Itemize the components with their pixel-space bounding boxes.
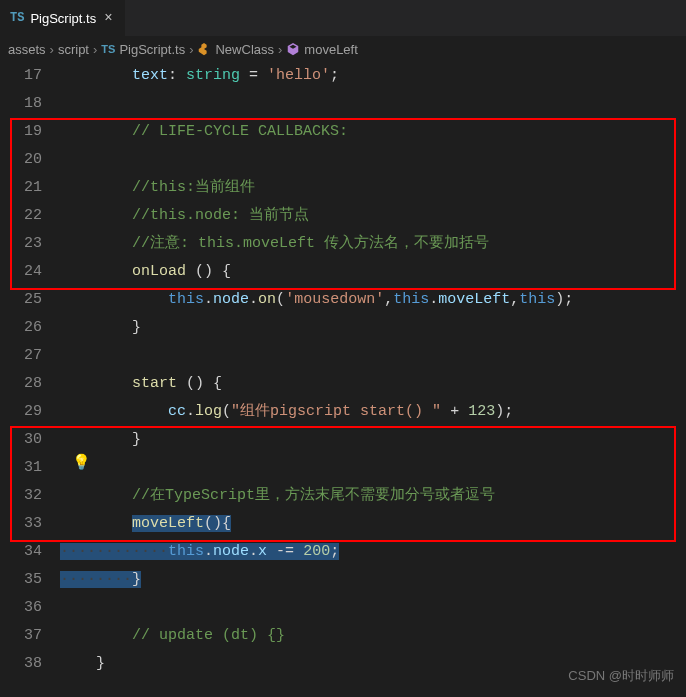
code-token: + [441,403,468,420]
code-token [60,375,132,392]
line-number: 28 [0,370,42,398]
code-token: = [240,67,267,84]
code-token: -= [267,543,303,560]
code-line[interactable]: onLoad () { [60,258,686,286]
code-token: } [96,655,105,672]
code-line[interactable] [60,454,686,482]
code-token: // LIFE-CYCLE CALLBACKS: [132,123,348,140]
code-token: . [186,403,195,420]
code-token: . [204,291,213,308]
breadcrumb-item-method[interactable]: moveLeft [286,42,357,57]
code-line[interactable] [60,90,686,118]
watermark-text: CSDN @时时师师 [568,667,674,685]
code-token: () { [177,375,222,392]
code-token: "组件pigscript start() " [231,403,441,420]
breadcrumb-item-class[interactable]: NewClass [197,42,274,57]
code-token: ( [222,403,231,420]
chevron-right-icon: › [278,42,282,57]
code-token: x [258,543,267,560]
breadcrumb-file-label: PigScript.ts [119,42,185,57]
close-icon[interactable]: × [102,10,114,26]
class-icon [197,42,211,56]
code-line[interactable]: //this:当前组件 [60,174,686,202]
code-token: } [132,571,141,588]
code-line[interactable]: //this.node: 当前节点 [60,202,686,230]
line-number: 30 [0,426,42,454]
code-token: : [168,67,186,84]
code-token: this [393,291,429,308]
code-line[interactable]: //在TypeScript里，方法末尾不需要加分号或者逗号 [60,482,686,510]
code-line[interactable]: this.node.on('mousedown',this.moveLeft,t… [60,286,686,314]
line-number: 20 [0,146,42,174]
code-token: ; [330,543,339,560]
line-number: 26 [0,314,42,342]
line-number: 25 [0,286,42,314]
code-token: //在TypeScript里，方法末尾不需要加分号或者逗号 [132,487,495,504]
typescript-icon: TS [10,11,24,25]
code-token: text [132,67,168,84]
code-token: , [384,291,393,308]
code-token: ); [495,403,513,420]
code-token: //this.node: 当前节点 [132,207,309,224]
code-token: this [168,543,204,560]
code-line[interactable]: ············this.node.x -= 200; [60,538,686,566]
line-number: 33 [0,510,42,538]
breadcrumb-item-script[interactable]: script [58,42,89,57]
code-token: string [186,67,240,84]
line-number: 35 [0,566,42,594]
code-token: ; [330,67,339,84]
code-token [60,123,132,140]
code-token: . [249,543,258,560]
code-token: moveLeft [438,291,510,308]
line-number: 27 [0,342,42,370]
code-editor[interactable]: 1718192021222324252627282930313233343536… [0,62,686,678]
code-line[interactable]: cc.log("组件pigscript start() " + 123); [60,398,686,426]
line-number: 38 [0,650,42,678]
line-number: 24 [0,258,42,286]
code-line[interactable]: // LIFE-CYCLE CALLBACKS: [60,118,686,146]
code-line[interactable]: } [60,314,686,342]
code-line[interactable] [60,342,686,370]
line-number-gutter: 1718192021222324252627282930313233343536… [0,62,60,678]
line-number: 29 [0,398,42,426]
line-number: 19 [0,118,42,146]
code-token [60,431,132,448]
code-token: 200 [303,543,330,560]
breadcrumb: assets › script › TS PigScript.ts › NewC… [0,36,686,62]
code-token: moveLeft [132,515,204,532]
code-token: 123 [468,403,495,420]
code-token: on [258,291,276,308]
line-number: 17 [0,62,42,90]
editor-tab[interactable]: TS PigScript.ts × [0,0,126,36]
code-token: cc [168,403,186,420]
code-area[interactable]: text: string = 'hello'; // LIFE-CYCLE CA… [60,62,686,678]
code-token: ( [276,291,285,308]
code-line[interactable]: text: string = 'hello'; [60,62,686,90]
code-line[interactable]: moveLeft(){ [60,510,686,538]
code-token: } [132,431,141,448]
code-line[interactable]: ········} [60,566,686,594]
code-token: . [249,291,258,308]
code-line[interactable]: // update (dt) {} [60,622,686,650]
code-line[interactable] [60,146,686,174]
breadcrumb-item-assets[interactable]: assets [8,42,46,57]
code-token [60,319,132,336]
code-line[interactable]: } [60,426,686,454]
code-token: ········ [60,571,132,588]
code-line[interactable]: //注意: this.moveLeft 传入方法名，不要加括号 [60,230,686,258]
breadcrumb-method-label: moveLeft [304,42,357,57]
code-token [60,235,132,252]
breadcrumb-item-file[interactable]: TS PigScript.ts [101,42,185,57]
code-line[interactable] [60,594,686,622]
chevron-right-icon: › [93,42,97,57]
code-token: 'mousedown' [285,291,384,308]
code-token [60,655,96,672]
lightbulb-icon[interactable]: 💡 [72,453,91,472]
line-number: 32 [0,482,42,510]
code-token [60,179,132,196]
line-number: 34 [0,538,42,566]
code-line[interactable]: start () { [60,370,686,398]
line-number: 18 [0,90,42,118]
line-number: 23 [0,230,42,258]
line-number: 37 [0,622,42,650]
